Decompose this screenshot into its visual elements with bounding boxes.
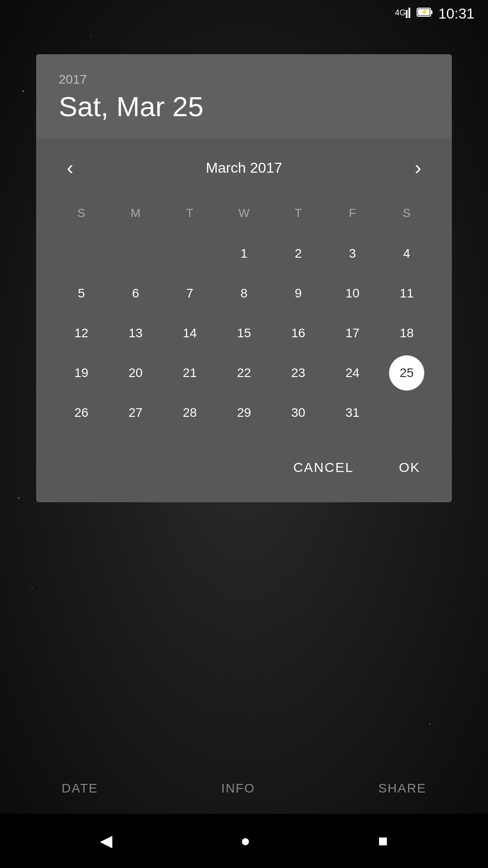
calendar-day[interactable]: 9	[271, 274, 325, 313]
prev-month-button[interactable]: ‹	[54, 152, 86, 184]
calendar-day[interactable]: 28	[163, 393, 217, 433]
day-header-tue: T	[163, 202, 217, 225]
star-decoration	[429, 723, 431, 725]
svg-rect-4	[431, 10, 432, 14]
svg-rect-2	[408, 8, 410, 18]
home-button[interactable]: ●	[240, 831, 250, 850]
calendar-grid: 1234567891011121314151617181920212223242…	[54, 234, 434, 433]
calendar-day[interactable]: 6	[108, 274, 163, 313]
calendar-day[interactable]: 29	[217, 393, 271, 433]
calendar-day	[108, 234, 163, 274]
day-header-sat: S	[380, 202, 434, 225]
day-header-fri: F	[325, 202, 380, 225]
day-headers-row: S M T W T F S	[54, 202, 434, 225]
calendar-day[interactable]: 12	[54, 313, 108, 353]
dialog-header: 2017 Sat, Mar 25	[36, 54, 452, 138]
calendar-day[interactable]: 13	[108, 313, 163, 353]
calendar-day[interactable]: 4	[380, 234, 434, 274]
day-header-sun: S	[54, 202, 108, 225]
calendar-day[interactable]: 27	[108, 393, 163, 433]
calendar-day[interactable]: 19	[54, 353, 108, 393]
calendar-day[interactable]: 22	[217, 353, 271, 393]
calendar-day	[54, 234, 108, 274]
svg-text:⚡: ⚡	[421, 8, 428, 16]
calendar-day[interactable]: 7	[163, 274, 217, 313]
tab-share[interactable]: SHARE	[378, 781, 426, 796]
calendar-day[interactable]: 26	[54, 393, 108, 433]
next-month-button[interactable]: ›	[402, 152, 434, 184]
day-header-wed: W	[217, 202, 271, 225]
calendar-day[interactable]: 14	[163, 313, 217, 353]
star-decoration	[32, 588, 33, 589]
calendar-day[interactable]: 30	[271, 393, 325, 433]
star-decoration	[90, 36, 91, 37]
back-button[interactable]: ◀	[100, 831, 113, 850]
battery-icon: ⚡	[417, 6, 433, 21]
svg-text:4G: 4G	[395, 8, 406, 17]
day-header-mon: M	[108, 202, 163, 225]
calendar-day[interactable]: 21	[163, 353, 217, 393]
calendar-day[interactable]: 15	[217, 313, 271, 353]
system-nav-bar: ◀ ● ■	[0, 814, 488, 868]
calendar-day[interactable]: 8	[217, 274, 271, 313]
calendar-day	[380, 393, 434, 433]
status-icons: 4G ⚡ 10:31	[395, 5, 474, 22]
svg-rect-1	[406, 10, 408, 18]
status-time: 10:31	[438, 5, 474, 22]
recents-button[interactable]: ■	[378, 831, 388, 850]
month-year-label: March 2017	[206, 160, 282, 176]
calendar-day[interactable]: 20	[108, 353, 163, 393]
calendar-day[interactable]: 25	[389, 355, 424, 391]
dialog-actions: CANCEL OK	[36, 442, 452, 502]
star-decoration	[18, 497, 19, 499]
calendar-day[interactable]: 10	[325, 274, 380, 313]
cancel-button[interactable]: CANCEL	[280, 451, 367, 484]
calendar-day[interactable]: 5	[54, 274, 108, 313]
month-navigation: ‹ March 2017 ›	[54, 152, 434, 184]
calendar-day[interactable]: 11	[380, 274, 434, 313]
dialog-year: 2017	[59, 72, 429, 87]
calendar-day[interactable]: 24	[325, 353, 380, 393]
tab-info[interactable]: INFO	[221, 781, 255, 796]
calendar-day	[163, 234, 217, 274]
calendar-day[interactable]: 2	[271, 234, 325, 274]
status-bar: 4G ⚡ 10:31	[0, 0, 488, 27]
ok-button[interactable]: OK	[385, 451, 434, 484]
dialog-date-display: Sat, Mar 25	[59, 90, 429, 123]
day-header-thu: T	[271, 202, 325, 225]
calendar-day[interactable]: 16	[271, 313, 325, 353]
calendar-day[interactable]: 31	[325, 393, 380, 433]
bottom-tabs: DATE INFO SHARE	[0, 772, 488, 805]
star-decoration	[23, 90, 24, 92]
calendar-day[interactable]: 3	[325, 234, 380, 274]
calendar-day[interactable]: 1	[217, 234, 271, 274]
signal-icon: 4G	[395, 5, 411, 22]
tab-date[interactable]: DATE	[61, 781, 98, 796]
calendar-day[interactable]: 17	[325, 313, 380, 353]
date-picker-dialog: 2017 Sat, Mar 25 ‹ March 2017 › S M T W …	[36, 54, 452, 502]
calendar-body: ‹ March 2017 › S M T W T F S 12345678910…	[36, 138, 452, 442]
calendar-day[interactable]: 18	[380, 313, 434, 353]
calendar-day[interactable]: 23	[271, 353, 325, 393]
